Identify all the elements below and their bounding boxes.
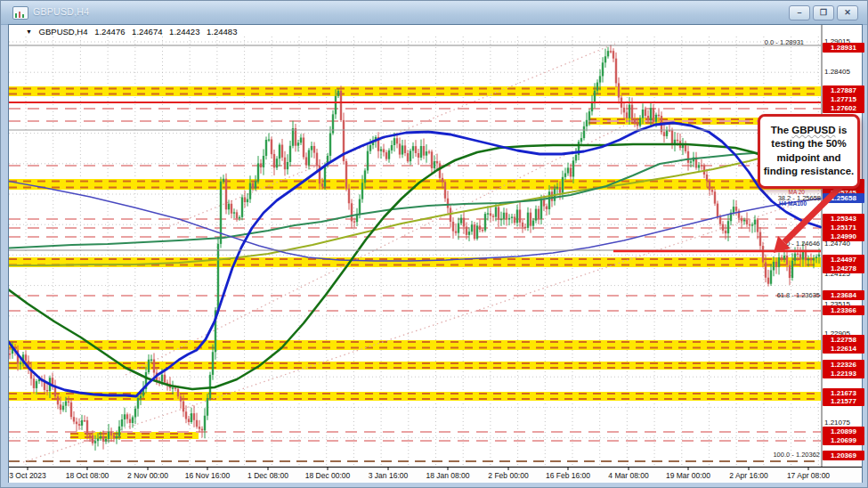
time-axis-label: 18 Oct 08:00: [66, 471, 110, 480]
time-axis-label: 18 Jan 08:00: [426, 471, 469, 480]
time-axis-label: 19 Mar 00:00: [666, 471, 710, 480]
time-axis-label: 2 Feb 00:00: [488, 471, 528, 480]
fibonacci-label: 61.8 - 1.23635: [722, 291, 820, 299]
fibonacci-label: 50.0 - 1.24646: [722, 240, 820, 248]
price-level-badge: 1.20369: [823, 451, 864, 460]
price-level-badge: 1.23684: [823, 290, 864, 300]
annotation-text: is: [836, 125, 848, 135]
price-level-badge: 1.27602: [823, 103, 864, 113]
time-axis-label: 2 Nov 00:00: [127, 471, 168, 480]
time-axis-label: 16 Feb 16:00: [546, 471, 590, 480]
annotation-text: midpoint and: [776, 152, 840, 163]
indicator-label: H4 MA100: [709, 200, 807, 207]
symbol-dropdown-icon[interactable]: ▼: [26, 28, 32, 35]
price-level-badge: 1.23366: [823, 305, 864, 315]
price-level-badge: 1.21577: [823, 396, 864, 406]
ohlc-high: 1.24674: [132, 27, 162, 37]
mt4-chart-window: GBPUSD,H4 – ❐ ✕ ▼ GBPUSD,H4 1.24476 1.24…: [0, 0, 868, 488]
time-axis-label: 3 Jan 16:00: [369, 471, 408, 480]
price-level-badge: 1.24278: [823, 264, 864, 273]
indicator-label: MA 20: [707, 189, 805, 195]
ohlc-open: 1.24476: [94, 27, 125, 37]
time-axis-label: 4 Mar 08:00: [608, 471, 648, 480]
annotation-text: testing the 50%: [771, 138, 846, 149]
price-scale-label: 1.21075: [824, 419, 850, 427]
time-axis-label: 16 Nov 16:00: [185, 471, 231, 480]
time-axis-label: 1 Dec 08:00: [247, 471, 288, 480]
time-axis-label: 18 Dec 00:00: [305, 471, 351, 480]
fibonacci-label: 100.0 - 1.20362: [722, 451, 820, 459]
ohlc-low: 1.24423: [169, 27, 199, 37]
price-level-badge: 1.20699: [823, 435, 864, 445]
price-level-badge: 1.22193: [823, 369, 864, 378]
price-scale-label: 1.28405: [824, 68, 850, 76]
annotation-text: finding resistance.: [764, 166, 855, 176]
time-axis-label: 17 Apr 08:00: [787, 471, 830, 480]
price-level-badge: 1.28931: [823, 43, 864, 53]
annotation-text: GBPUSD: [791, 125, 835, 135]
price-level-badge: 1.24990: [823, 232, 864, 241]
fibonacci-label: 0.0 - 1.28931: [706, 38, 804, 46]
price-level-badge: 1.22614: [823, 344, 864, 354]
ohlc-close: 1.24483: [207, 27, 237, 37]
current-price-badge: 1.25658: [823, 193, 864, 203]
ohlc-header: ▼ GBPUSD,H4 1.24476 1.24674 1.24423 1.24…: [26, 27, 241, 37]
annotation-text: The: [771, 125, 792, 135]
ohlc-symbol: GBPUSD,H4: [39, 27, 88, 37]
time-axis-label: 2 Apr 16:00: [729, 471, 767, 480]
time-axis-label: 3 Oct 2023: [9, 471, 46, 480]
annotation-box: The GBPUSD istesting the 50%midpoint and…: [758, 114, 860, 189]
